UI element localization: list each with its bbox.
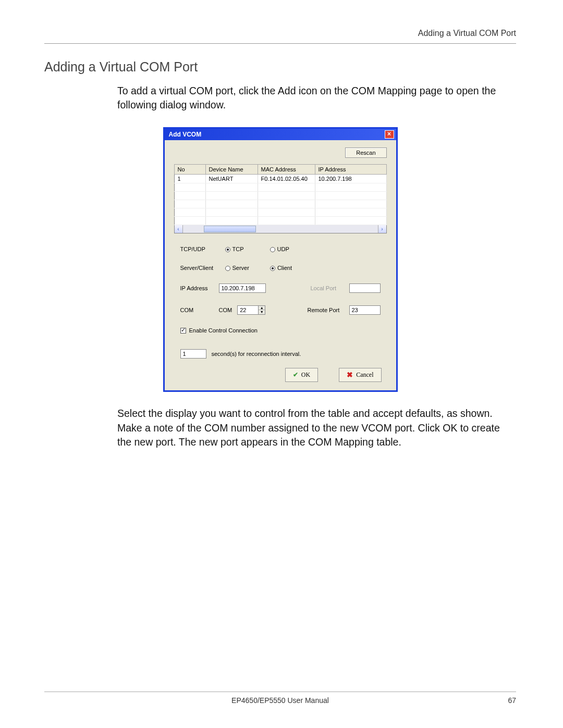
table-row[interactable]: 1 NetUART F0.14.01.02.05.40 10.200.7.198 [174,174,386,183]
reconnect-suffix: second(s) for reconnection interval. [212,351,301,357]
cell-no: 1 [174,174,205,183]
remote-port-input[interactable] [349,305,381,315]
scroll-track[interactable] [183,225,378,233]
footer-center: EP4650/EP5550 User Manual [76,696,485,705]
com-prefix: COM [219,307,232,313]
cell-ip: 10.200.7.198 [315,174,386,183]
scroll-right-icon[interactable]: › [378,225,386,233]
com-value-input[interactable] [237,305,258,315]
col-device-name: Device Name [205,164,258,174]
dialog-titlebar[interactable]: Add VCOM × [165,129,396,140]
enable-control-checkbox[interactable]: Enable Control Connection [180,327,258,334]
scroll-thumb[interactable] [204,226,256,232]
ip-address-input[interactable] [219,283,266,293]
reconnect-interval-input[interactable] [180,349,206,359]
tcpudp-label: TCP/UDP [180,246,220,252]
local-port-input [349,283,381,293]
ip-address-label: IP Address [180,285,214,291]
add-vcom-dialog: Add VCOM × Rescan No Device Name MAC Add… [163,127,398,392]
com-spinner[interactable]: ▲ ▼ [237,305,265,315]
udp-radio[interactable]: UDP [270,246,289,252]
spin-up-icon[interactable]: ▲ [259,306,265,311]
check-icon: ✔ [293,371,298,379]
tcp-radio[interactable]: TCP [225,246,244,252]
dialog-title: Add VCOM [169,131,202,138]
com-label: COM [180,307,214,313]
server-client-label: Server/Client [180,265,220,271]
col-ip: IP Address [315,164,386,174]
page-number: 67 [485,696,516,705]
page-header-right: Adding a Virtual COM Port [44,29,516,38]
x-icon: ✖ [347,371,353,379]
section-title: Adding a Virtual COM Port [44,59,516,75]
ok-button[interactable]: ✔ OK [285,368,318,382]
intro-paragraph: To add a virtual COM port, click the Add… [117,84,516,113]
cell-mac: F0.14.01.02.05.40 [258,174,315,183]
header-divider [44,43,516,44]
h-scrollbar[interactable]: ‹ › [174,225,387,233]
remote-port-label: Remote Port [308,307,344,313]
col-no: No [174,164,205,174]
server-radio[interactable]: Server [225,265,249,271]
col-mac: MAC Address [258,164,315,174]
cancel-button[interactable]: ✖ Cancel [339,368,381,382]
spin-down-icon[interactable]: ▼ [259,310,265,314]
client-radio[interactable]: Client [270,265,292,271]
device-table[interactable]: No Device Name MAC Address IP Address 1 … [174,164,387,225]
cell-device: NetUART [205,174,258,183]
close-icon[interactable]: × [385,130,394,139]
scroll-left-icon[interactable]: ‹ [175,225,183,233]
outro-paragraph: Select the display you want to control f… [117,406,516,449]
rescan-button[interactable]: Rescan [345,147,386,158]
local-port-label: Local Port [311,285,344,291]
